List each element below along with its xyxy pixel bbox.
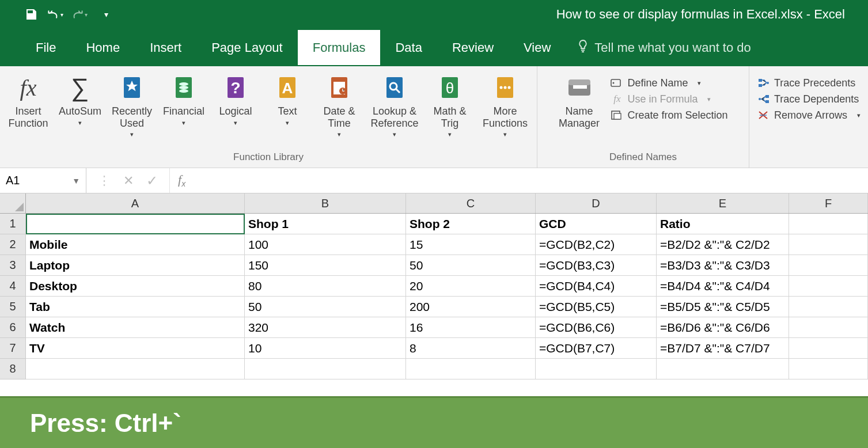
cell[interactable]: 80	[245, 276, 406, 297]
undo-icon[interactable]: ▾	[47, 8, 63, 21]
tab-formulas[interactable]: Formulas	[298, 30, 381, 65]
cell[interactable]: =GCD(B2,C2)	[536, 234, 657, 255]
cell[interactable]: =B7/D7 &":"& C7/D7	[657, 338, 789, 359]
customize-qat-icon[interactable]: ▾	[96, 8, 112, 21]
cell[interactable]	[789, 234, 868, 255]
row-header[interactable]: 3	[0, 255, 26, 276]
cell[interactable]	[789, 297, 868, 317]
cell[interactable]: 200	[406, 297, 536, 317]
tab-insert[interactable]: Insert	[135, 30, 196, 65]
col-header-A[interactable]: A	[26, 193, 245, 213]
col-header-D[interactable]: D	[536, 193, 657, 213]
cell[interactable]: =GCD(B7,C7)	[536, 338, 657, 359]
row-header[interactable]: 7	[0, 338, 26, 359]
cell[interactable]	[789, 276, 868, 297]
autosum-button[interactable]: ∑ AutoSum▾	[55, 73, 105, 127]
insert-function-button[interactable]: fx Insert Function	[3, 73, 54, 129]
cell[interactable]: Shop 1	[245, 214, 406, 234]
cell[interactable]	[789, 317, 868, 338]
cell[interactable]	[536, 359, 657, 379]
cell[interactable]	[789, 255, 868, 276]
more-functions-button[interactable]: More Functions▾	[476, 73, 534, 138]
cell[interactable]: 15	[406, 234, 536, 255]
tab-file[interactable]: File	[21, 30, 71, 65]
remove-arrows-button[interactable]: Remove Arrows ▾	[757, 109, 861, 122]
cell[interactable]	[406, 359, 536, 379]
tell-me-search[interactable]	[577, 39, 825, 56]
tab-home[interactable]: Home	[71, 30, 135, 65]
tab-view[interactable]: View	[509, 30, 566, 65]
cell[interactable]	[789, 338, 868, 359]
row-header[interactable]: 5	[0, 297, 26, 317]
select-all-corner[interactable]	[0, 193, 26, 213]
cell[interactable]	[26, 214, 245, 234]
cell[interactable]	[26, 359, 245, 379]
cell[interactable]	[245, 359, 406, 379]
cell[interactable]: 50	[245, 297, 406, 317]
formula-input[interactable]	[194, 168, 868, 193]
financial-button[interactable]: Financial▾	[158, 73, 209, 127]
col-header-F[interactable]: F	[789, 193, 868, 213]
cell[interactable]	[789, 359, 868, 379]
cell[interactable]	[789, 214, 868, 234]
date-time-button[interactable]: Date & Time▾	[314, 73, 365, 138]
cancel-icon[interactable]: ✕	[123, 173, 134, 188]
row-header[interactable]: 1	[0, 214, 26, 234]
tab-data[interactable]: Data	[380, 30, 437, 65]
cell[interactable]: TV	[26, 338, 245, 359]
create-from-selection-button[interactable]: Create from Selection	[610, 109, 727, 122]
col-header-E[interactable]: E	[657, 193, 789, 213]
cell[interactable]: =B6/D6 &":"& C6/D6	[657, 317, 789, 338]
cell[interactable]: 10	[245, 338, 406, 359]
cell[interactable]: 100	[245, 234, 406, 255]
chevron-down-icon[interactable]: ▼	[72, 176, 80, 185]
cell[interactable]: Tab	[26, 297, 245, 317]
fx-icon[interactable]: fx	[170, 172, 194, 188]
cell[interactable]: =GCD(B5,C5)	[536, 297, 657, 317]
define-name-button[interactable]: Define Name ▾	[610, 77, 727, 89]
row-header[interactable]: 4	[0, 276, 26, 297]
col-header-C[interactable]: C	[406, 193, 536, 213]
lookup-reference-button[interactable]: Lookup & Reference▾	[366, 73, 423, 138]
cell[interactable]: Ratio	[657, 214, 789, 234]
cell[interactable]: 50	[406, 255, 536, 276]
cell[interactable]: 320	[245, 317, 406, 338]
recently-used-button[interactable]: Recently Used▾	[107, 73, 157, 138]
cell[interactable]: =B5/D5 &":"& C5/D5	[657, 297, 789, 317]
cell[interactable]: =GCD(B3,C3)	[536, 255, 657, 276]
text-button[interactable]: A Text▾	[262, 73, 313, 127]
name-box[interactable]: A1 ▼	[0, 168, 86, 193]
math-trig-button[interactable]: θ Math & Trig▾	[424, 73, 475, 138]
save-icon[interactable]	[23, 8, 39, 21]
cell[interactable]: GCD	[536, 214, 657, 234]
redo-icon[interactable]: ▾	[71, 8, 88, 21]
tab-review[interactable]: Review	[437, 30, 509, 65]
cell[interactable]: 20	[406, 276, 536, 297]
cell[interactable]: =GCD(B4,C4)	[536, 276, 657, 297]
row-header[interactable]: 2	[0, 234, 26, 255]
trace-dependents-button[interactable]: Trace Dependents	[757, 93, 861, 105]
cell[interactable]: 150	[245, 255, 406, 276]
name-manager-button[interactable]: Name Manager	[554, 73, 604, 129]
tell-me-input[interactable]	[594, 40, 825, 55]
enter-icon[interactable]: ✓	[146, 173, 158, 189]
cell[interactable]: 16	[406, 317, 536, 338]
cell[interactable]: Laptop	[26, 255, 245, 276]
cell[interactable]: =B3/D3 &":"& C3/D3	[657, 255, 789, 276]
cell[interactable]: Watch	[26, 317, 245, 338]
logical-button[interactable]: ? Logical▾	[210, 73, 261, 127]
row-header[interactable]: 6	[0, 317, 26, 338]
table-row: 1Shop 1Shop 2GCDRatio	[0, 214, 868, 234]
cell[interactable]: =B2/D2 &":"& C2/D2	[657, 234, 789, 255]
cell[interactable]: Shop 2	[406, 214, 536, 234]
cell[interactable]	[657, 359, 789, 379]
row-header[interactable]: 8	[0, 359, 26, 379]
cell[interactable]: =GCD(B6,C6)	[536, 317, 657, 338]
tab-page-layout[interactable]: Page Layout	[196, 30, 298, 65]
cell[interactable]: =B4/D4 &":"& C4/D4	[657, 276, 789, 297]
cell[interactable]: Desktop	[26, 276, 245, 297]
col-header-B[interactable]: B	[245, 193, 406, 213]
trace-precedents-button[interactable]: Trace Precedents	[757, 77, 861, 89]
cell[interactable]: Mobile	[26, 234, 245, 255]
cell[interactable]: 8	[406, 338, 536, 359]
